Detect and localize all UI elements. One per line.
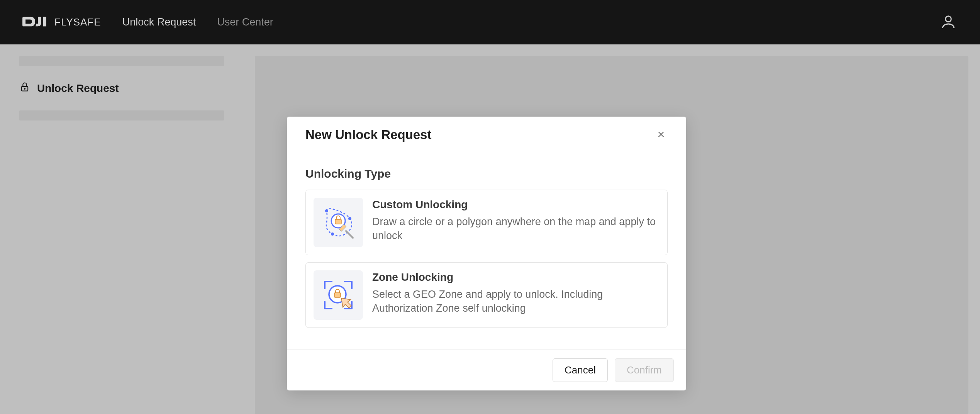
new-unlock-request-modal: New Unlock Request Unlocking Type: [287, 117, 686, 390]
brand-logo[interactable]: FLYSAFE: [21, 14, 101, 31]
nav-unlock-request[interactable]: Unlock Request: [122, 16, 196, 28]
option-content: Zone Unlocking Select a GEO Zone and app…: [372, 270, 660, 320]
option-custom-unlocking[interactable]: Custom Unlocking Draw a circle or a poly…: [305, 190, 668, 255]
user-icon: [940, 25, 957, 31]
close-icon: [656, 135, 666, 141]
svg-point-4: [348, 217, 351, 220]
svg-point-0: [946, 16, 951, 22]
nav-user-center[interactable]: User Center: [217, 16, 273, 28]
option-title: Zone Unlocking: [372, 271, 660, 283]
svg-rect-9: [334, 293, 341, 297]
option-desc: Draw a circle or a polygon anywhere on t…: [372, 215, 660, 243]
main-nav: Unlock Request User Center: [122, 16, 273, 28]
app-header: FLYSAFE Unlock Request User Center: [0, 0, 980, 44]
close-button[interactable]: [654, 128, 668, 142]
logo-text: FLYSAFE: [54, 16, 101, 28]
confirm-button[interactable]: Confirm: [615, 358, 674, 382]
option-desc: Select a GEO Zone and apply to unlock. I…: [372, 287, 660, 316]
user-account-button[interactable]: [940, 13, 957, 31]
option-content: Custom Unlocking Draw a circle or a poly…: [372, 198, 660, 247]
option-title: Custom Unlocking: [372, 199, 660, 211]
unlocking-type-label: Unlocking Type: [305, 167, 668, 180]
modal-body: Unlocking Type C: [287, 153, 686, 350]
zone-unlocking-icon: [314, 270, 363, 320]
modal-footer: Cancel Confirm: [287, 350, 686, 390]
custom-unlocking-icon: [314, 198, 363, 247]
modal-title: New Unlock Request: [305, 127, 431, 142]
svg-point-5: [331, 232, 334, 236]
svg-point-3: [325, 209, 328, 212]
svg-rect-7: [335, 219, 341, 224]
modal-header: New Unlock Request: [287, 117, 686, 153]
dji-logo-icon: [21, 14, 50, 31]
modal-overlay[interactable]: New Unlock Request Unlocking Type: [0, 44, 980, 414]
cancel-button[interactable]: Cancel: [553, 358, 608, 382]
option-zone-unlocking[interactable]: Zone Unlocking Select a GEO Zone and app…: [305, 262, 668, 328]
